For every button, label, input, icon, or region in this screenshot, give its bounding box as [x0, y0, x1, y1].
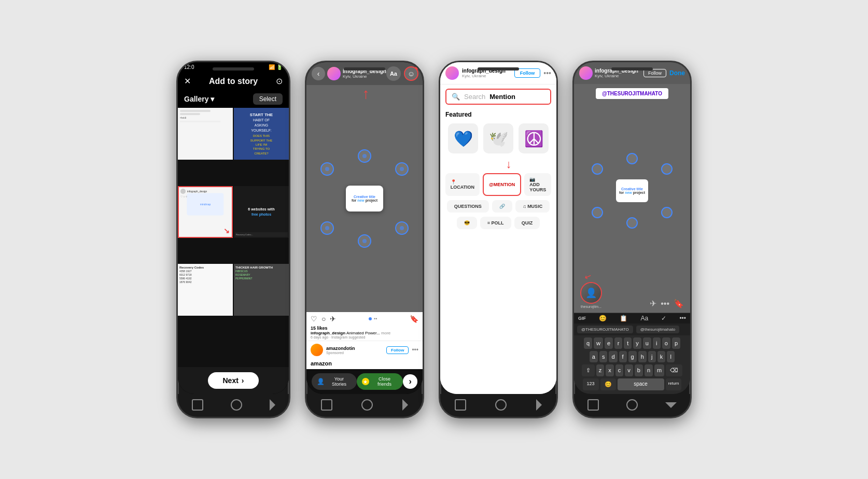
- recent-nav-btn4[interactable]: [665, 402, 677, 408]
- delete-key[interactable]: ⌫: [666, 364, 682, 376]
- gallery-item[interactable]: 6 websites with free photos Recovery Cod…: [234, 186, 289, 238]
- home-nav-btn[interactable]: [192, 399, 203, 411]
- next-button[interactable]: Next ›: [208, 372, 258, 389]
- key-d[interactable]: d: [609, 351, 617, 362]
- key-return[interactable]: return: [666, 378, 682, 390]
- p4-node-bl: [592, 207, 603, 218]
- questions-tag[interactable]: QUESTIONS: [447, 200, 489, 213]
- gallery-item[interactable]: START THE HABIT OF ASKING YOURSELF: DOES…: [234, 108, 289, 160]
- gallery-item[interactable]: •heidi: [178, 108, 233, 160]
- mention-sticker[interactable]: @THESUROJITMAHATO: [596, 88, 668, 99]
- text-tool-icon[interactable]: Aa: [386, 66, 401, 81]
- peace-sticker[interactable]: ☮️: [519, 123, 549, 153]
- poll-tag[interactable]: ≡ POLL: [480, 217, 511, 229]
- story-next-button[interactable]: ›: [403, 374, 417, 389]
- key-x[interactable]: x: [606, 364, 614, 376]
- p4-follow-button[interactable]: Follow: [643, 69, 666, 77]
- back-nav-btn4[interactable]: [626, 399, 638, 411]
- checkmark-icon[interactable]: ✓: [661, 315, 666, 322]
- key-p[interactable]: p: [672, 337, 680, 349]
- key-h[interactable]: h: [638, 351, 647, 362]
- close-friends-button[interactable]: ★ Close friends: [357, 373, 403, 390]
- key-s[interactable]: s: [599, 351, 608, 362]
- key-m[interactable]: m: [654, 364, 664, 376]
- ukraine-heart-sticker[interactable]: 💙: [448, 123, 478, 153]
- link-tag[interactable]: 🔗: [492, 200, 512, 213]
- key-b[interactable]: b: [635, 364, 643, 376]
- key-space[interactable]: space: [618, 378, 664, 390]
- recent-nav-btn2[interactable]: [402, 399, 408, 411]
- p4-send-icon[interactable]: ✈: [650, 299, 656, 308]
- close-icon[interactable]: ✕: [184, 76, 191, 86]
- back-nav-btn2[interactable]: [361, 399, 373, 411]
- search-mention-bar[interactable]: 🔍 Search Mention: [445, 89, 551, 105]
- key-o[interactable]: o: [662, 337, 670, 349]
- phone2-nav: [306, 394, 423, 417]
- key-a[interactable]: a: [590, 351, 598, 362]
- like-icon[interactable]: ♡: [311, 315, 317, 323]
- mention-tag[interactable]: @MENTION: [483, 173, 521, 196]
- key-r[interactable]: r: [614, 337, 622, 349]
- key-123[interactable]: 123: [583, 378, 599, 390]
- back-button[interactable]: ‹: [312, 67, 325, 80]
- key-q[interactable]: q: [584, 337, 592, 349]
- home-nav-btn3[interactable]: [455, 399, 466, 411]
- mindmap-node-tr: [395, 162, 409, 176]
- quiz-tag[interactable]: QUIZ: [514, 217, 540, 229]
- home-nav-btn4[interactable]: [587, 399, 599, 411]
- phone3-nav: [440, 394, 556, 417]
- home-nav-btn2[interactable]: [321, 399, 332, 411]
- gallery-item[interactable]: THICKER HAIR GROWTH HIBISCUSROSEMARYPEPP…: [234, 264, 289, 316]
- key-t[interactable]: t: [624, 337, 632, 349]
- back-nav-btn[interactable]: [231, 399, 242, 411]
- key-g[interactable]: g: [628, 351, 637, 362]
- sticker-tool-icon[interactable]: ☺: [404, 66, 418, 81]
- gallery-item[interactable]: Recovery Codes 4358 1927 6012 9718 5586 …: [178, 264, 233, 316]
- your-stories-button[interactable]: 👤 Your Stories: [312, 373, 357, 390]
- text-kb-icon[interactable]: Aa: [640, 315, 648, 322]
- key-i[interactable]: i: [653, 337, 661, 349]
- p4-done-button[interactable]: Done: [669, 69, 685, 77]
- p3-more-icon[interactable]: •••: [543, 69, 551, 77]
- key-f[interactable]: f: [619, 351, 627, 362]
- key-w[interactable]: w: [594, 337, 603, 349]
- p4-bookmark-icon[interactable]: 🔖: [674, 299, 684, 308]
- arrange-tool-icon[interactable]: ✥: [422, 66, 423, 81]
- back-nav-btn3[interactable]: [495, 399, 507, 411]
- more-sponsor-icon[interactable]: •••: [412, 346, 418, 354]
- more-kb-icon[interactable]: •••: [679, 315, 686, 322]
- key-e[interactable]: e: [605, 337, 613, 349]
- add-yours-tag[interactable]: 📷 ADD YOURS: [524, 173, 551, 196]
- gallery-label[interactable]: Gallery ▾: [184, 95, 214, 103]
- emoji-slider-tag[interactable]: 😎: [457, 217, 477, 229]
- key-l[interactable]: l: [667, 351, 675, 362]
- key-u[interactable]: u: [643, 337, 651, 349]
- suggestion1[interactable]: @THESUROJITMAHATO: [577, 326, 633, 333]
- shift-key[interactable]: ⇧: [582, 364, 595, 376]
- dove-sticker[interactable]: 🕊️: [483, 123, 513, 153]
- select-button[interactable]: Select: [253, 93, 283, 105]
- key-emoji[interactable]: 😊: [600, 378, 616, 390]
- gallery-item-selected[interactable]: infograph_design ♡ ○ ✈ mindmap ↘: [178, 186, 233, 238]
- settings-icon[interactable]: ⊙: [276, 76, 283, 86]
- key-k[interactable]: k: [657, 351, 666, 362]
- follow-sponsor-button[interactable]: Follow: [386, 346, 409, 354]
- key-n[interactable]: n: [645, 364, 653, 376]
- key-c[interactable]: c: [615, 364, 624, 376]
- key-z[interactable]: z: [596, 364, 605, 376]
- p4-dots-icon[interactable]: •••: [661, 299, 669, 308]
- recent-nav-btn[interactable]: [270, 399, 275, 411]
- emoji-kb-icon[interactable]: 😊: [599, 315, 607, 322]
- key-y[interactable]: y: [633, 337, 641, 349]
- save-icon[interactable]: 🔖: [410, 315, 418, 323]
- key-j[interactable]: j: [648, 351, 656, 362]
- location-tag[interactable]: 📍 LOCATION: [445, 173, 480, 196]
- recent-nav-btn3[interactable]: [536, 399, 542, 411]
- suggestion2[interactable]: @thesurojitmahato: [636, 326, 679, 333]
- key-v[interactable]: v: [625, 364, 633, 376]
- share-icon[interactable]: ✈: [330, 315, 336, 323]
- comment-icon[interactable]: ○: [321, 315, 326, 323]
- music-tag[interactable]: ♫ MUSIC: [515, 200, 550, 213]
- clipboard-icon[interactable]: 📋: [620, 315, 627, 322]
- p3-follow-button[interactable]: Follow: [514, 68, 541, 78]
